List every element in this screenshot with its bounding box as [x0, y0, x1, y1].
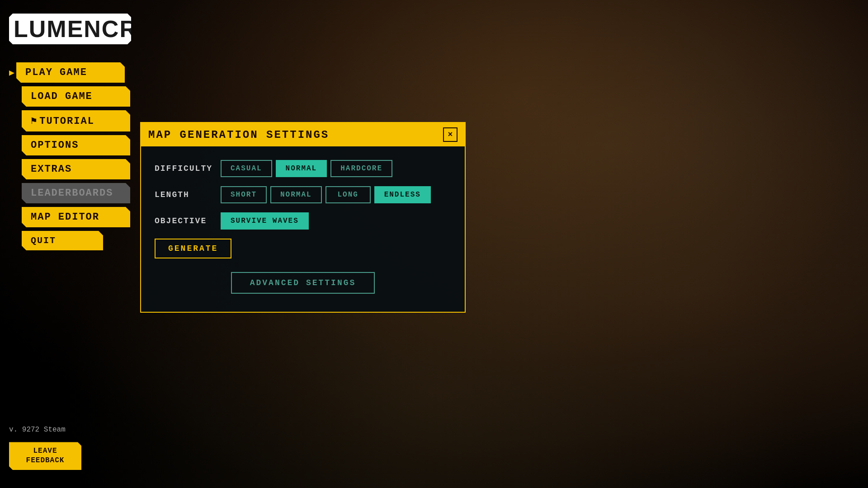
objective-options: SURVIVE WAVES	[221, 212, 309, 230]
menu-item-extras: EXTRAS	[9, 159, 131, 179]
difficulty-row: DIFFICULTY CASUAL NORMAL HARDCORE	[155, 160, 451, 177]
play-arrow-icon: ▶	[9, 67, 14, 78]
objective-row: OBJECTIVE SURVIVE WAVES	[155, 212, 451, 230]
menu-item-quit: QUIT	[9, 231, 131, 250]
length-row: LENGTH SHORT NORMAL LONG ENDLESS	[155, 186, 451, 203]
menu-item-tutorial: ⚑TUTORIAL	[9, 110, 131, 131]
difficulty-options: CASUAL NORMAL HARDCORE	[221, 160, 392, 177]
length-normal-button[interactable]: NORMAL	[270, 186, 322, 203]
menu-item-load-game: LOAD GAME	[9, 86, 131, 107]
difficulty-casual-button[interactable]: CASUAL	[221, 160, 272, 177]
advanced-settings-button[interactable]: ADVANCED SETTINGS	[231, 272, 375, 294]
sidebar: LUMENCRAFT ▶ PLAY GAME LOAD GAME ⚑TUTORI…	[0, 0, 140, 488]
map-generation-modal: MAP GENERATION SETTINGS × DIFFICULTY CAS…	[140, 122, 466, 313]
modal-header: MAP GENERATION SETTINGS ×	[141, 123, 465, 146]
menu-item-options: OPTIONS	[9, 135, 131, 155]
menu-item-map-editor: MAP EDITOR	[9, 207, 131, 227]
difficulty-normal-button[interactable]: NORMAL	[276, 160, 327, 177]
length-options: SHORT NORMAL LONG ENDLESS	[221, 186, 431, 203]
extras-button[interactable]: EXTRAS	[22, 159, 130, 179]
tutorial-flag-icon: ⚑	[31, 116, 38, 127]
length-endless-button[interactable]: ENDLESS	[374, 186, 431, 203]
generate-row: GENERATE	[155, 239, 451, 258]
menu-item-play-game: ▶ PLAY GAME	[9, 62, 131, 83]
length-label: LENGTH	[155, 190, 213, 199]
generate-button[interactable]: GENERATE	[155, 239, 231, 258]
objective-label: OBJECTIVE	[155, 216, 213, 225]
play-game-button[interactable]: PLAY GAME	[16, 62, 125, 83]
tutorial-button[interactable]: ⚑TUTORIAL	[22, 110, 130, 131]
length-long-button[interactable]: LONG	[326, 186, 371, 203]
advanced-settings-container: ADVANCED SETTINGS	[155, 272, 451, 294]
quit-button[interactable]: QUIT	[22, 231, 103, 250]
load-game-button[interactable]: LOAD GAME	[22, 86, 130, 107]
logo-text: LUMENCRAFT	[14, 17, 127, 41]
options-button[interactable]: OPTIONS	[22, 135, 130, 155]
modal-title: MAP GENERATION SETTINGS	[148, 129, 329, 141]
menu-item-leaderboards: LEADERBOARDS	[9, 183, 131, 203]
length-short-button[interactable]: SHORT	[221, 186, 267, 203]
version-text: v. 9272 Steam	[9, 426, 66, 434]
leaderboards-button: LEADERBOARDS	[22, 183, 130, 203]
menu-items: ▶ PLAY GAME LOAD GAME ⚑TUTORIAL OPTIONS …	[9, 62, 131, 250]
objective-survive-waves-button[interactable]: SURVIVE WAVES	[221, 212, 309, 230]
modal-close-button[interactable]: ×	[443, 127, 458, 142]
difficulty-hardcore-button[interactable]: HARDCORE	[330, 160, 392, 177]
difficulty-label: DIFFICULTY	[155, 164, 213, 173]
modal-body: DIFFICULTY CASUAL NORMAL HARDCORE LENGTH…	[141, 146, 465, 312]
feedback-button[interactable]: LEAVEFEEDBACK	[9, 442, 81, 470]
map-editor-button[interactable]: MAP EDITOR	[22, 207, 130, 227]
logo: LUMENCRAFT	[9, 14, 131, 44]
